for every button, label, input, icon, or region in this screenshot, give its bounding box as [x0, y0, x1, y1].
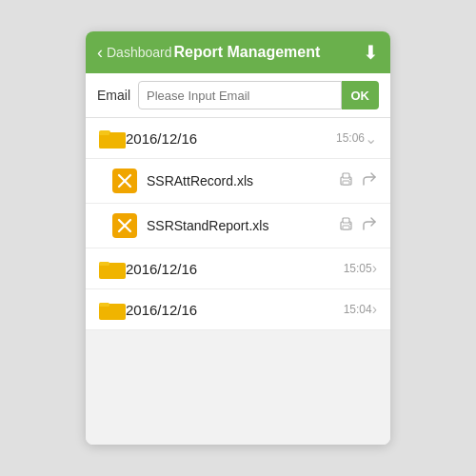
chevron-right-icon: › [372, 301, 377, 318]
svg-rect-9 [349, 178, 351, 180]
folder-date: 2016/12/16 [126, 130, 328, 147]
folder-time: 15:04 [344, 303, 372, 316]
empty-space [86, 330, 390, 445]
back-button[interactable]: ‹ [97, 43, 103, 63]
svg-rect-19 [99, 303, 109, 307]
file-row: SSRStandReport.xls [86, 204, 390, 248]
ok-button[interactable]: OK [342, 81, 380, 109]
svg-rect-13 [343, 218, 349, 223]
breadcrumb[interactable]: Dashboard [107, 45, 172, 60]
print-icon[interactable] [338, 171, 354, 191]
file-actions [338, 171, 377, 191]
email-label: Email [97, 88, 130, 103]
folder-time: 15:06 [336, 131, 365, 145]
folder-time: 15:05 [344, 262, 372, 275]
svg-rect-15 [349, 223, 351, 225]
folder-icon [99, 128, 126, 149]
chevron-right-icon: › [372, 260, 377, 277]
file-row: SSRAttRecord.xls [86, 159, 390, 204]
svg-rect-17 [99, 262, 109, 266]
svg-rect-8 [343, 181, 349, 185]
svg-rect-14 [343, 226, 349, 229]
folder-icon [99, 299, 126, 320]
folder-date: 2016/12/16 [126, 302, 336, 318]
scissors-icon [117, 173, 132, 188]
share-icon[interactable] [362, 216, 377, 235]
folder-date: 2016/12/16 [126, 261, 336, 277]
email-bar: Email OK [86, 73, 390, 118]
file-list: 2016/12/16 15:06 ⌄ SSRAttRecord.xls [86, 118, 390, 445]
file-name: SSRAttRecord.xls [147, 173, 338, 188]
phone-container: ‹ Dashboard Report Management ⬇ Email OK… [86, 31, 390, 445]
folder-row[interactable]: 2016/12/16 15:04 › [86, 289, 390, 330]
file-name: SSRStandReport.xls [147, 218, 338, 233]
header: ‹ Dashboard Report Management ⬇ [86, 31, 390, 73]
file-actions [338, 216, 377, 236]
folder-row[interactable]: 2016/12/16 15:06 ⌄ [86, 118, 390, 159]
xls-icon [112, 213, 137, 238]
download-icon[interactable]: ⬇ [363, 41, 379, 64]
page-title: Report Management [174, 44, 364, 61]
folder-row[interactable]: 2016/12/16 15:05 › [86, 248, 390, 289]
share-icon[interactable] [362, 171, 377, 190]
folder-icon [99, 258, 126, 279]
xls-icon [112, 169, 137, 193]
chevron-down-icon: ⌄ [365, 129, 377, 148]
svg-rect-3 [99, 131, 109, 135]
svg-rect-7 [343, 173, 349, 178]
email-input[interactable] [138, 81, 341, 109]
print-icon[interactable] [338, 216, 354, 236]
scissors-icon [117, 218, 132, 233]
